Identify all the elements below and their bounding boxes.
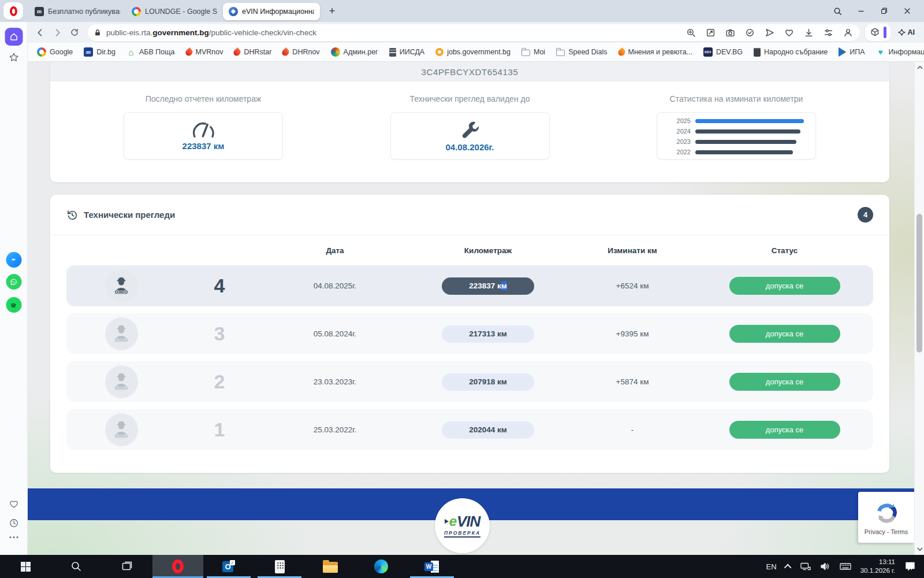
bookmark-item[interactable]: MVRnov	[186, 48, 223, 56]
calculator-icon	[275, 560, 285, 573]
cube-extension-icon[interactable]	[870, 27, 880, 38]
snapshot-camera-icon[interactable]	[725, 28, 735, 38]
chart-row: 2024	[673, 128, 804, 135]
sidebar-heart-icon[interactable]	[9, 499, 19, 509]
taskbar-file-explorer[interactable]	[305, 555, 356, 578]
taskbar-edge[interactable]	[356, 555, 407, 578]
tune-sliders-icon[interactable]	[824, 28, 833, 38]
scroll-down-icon[interactable]	[915, 544, 924, 554]
tab-title: eVIN Информационна си	[242, 8, 314, 16]
browser-tab[interactable]: m Безплатно публикуване	[29, 3, 126, 20]
taskbar-search-button[interactable]	[51, 555, 102, 578]
recaptcha-privacy-terms-link[interactable]: Privacy - Terms	[865, 528, 908, 535]
touch-keyboard-icon[interactable]	[840, 562, 851, 571]
reload-icon[interactable]	[67, 25, 82, 40]
bookmark-item[interactable]: ИИСДА	[389, 48, 425, 57]
address-bar: public-eis.rta.government.bg/public-vehi…	[0, 22, 924, 43]
heart-icon[interactable]	[784, 28, 794, 38]
km-statistics-card: 2025 2024 2023	[657, 112, 816, 160]
bookmarks-star-icon[interactable]	[8, 52, 19, 63]
taskbar-clock[interactable]: 13:1130.1.2026 г.	[860, 558, 895, 575]
network-icon[interactable]	[800, 562, 811, 571]
zoom-page-icon[interactable]	[686, 28, 696, 38]
whatsapp-icon[interactable]	[6, 274, 21, 290]
check-badge-icon[interactable]	[745, 28, 755, 38]
start-button[interactable]	[0, 555, 51, 578]
page-viewport: 3C4PFBCYXDT654135 Последно отчетен килом…	[28, 62, 914, 555]
bookmark-item[interactable]: jobs.government.bg	[435, 48, 511, 56]
bookmark-item[interactable]: ♥ Информационна б...	[876, 47, 924, 57]
chart-row: 2025	[673, 117, 804, 124]
bookmark-item[interactable]: Google	[37, 47, 73, 57]
table-body: 4 04.08.2025г. 223837 км +6524 км допуск…	[50, 265, 889, 450]
new-tab-button[interactable]: +	[325, 3, 340, 18]
lock-icon	[94, 28, 102, 37]
bookmark-item[interactable]: DEV DEV.BG	[703, 47, 743, 57]
bookmarks-bar: Google dir Dir.bg ⌂ АБВ Поща MVRnov DHRs…	[0, 43, 924, 62]
window-minimize-icon[interactable]	[857, 7, 865, 15]
extensions-pill	[866, 24, 891, 41]
profile-icon[interactable]	[843, 28, 853, 38]
window-search-icon[interactable]	[833, 7, 842, 16]
table-row: 4 04.08.2025г. 223837 км +6524 км допуск…	[66, 265, 873, 306]
bookmark-favicon: ⌂	[126, 47, 136, 57]
table-header-row: Дата Километраж Изминати км Статус	[50, 235, 889, 265]
volume-icon[interactable]	[820, 562, 830, 571]
bookmark-item[interactable]: ИПА	[839, 47, 865, 57]
scrollbar-thumb[interactable]	[916, 214, 922, 353]
spotify-icon[interactable]	[6, 297, 21, 313]
window-restore-icon[interactable]	[880, 7, 888, 15]
inspections-card: Технически прегледи 4 Дата Километраж Из…	[50, 195, 889, 473]
bookmark-item[interactable]: Админ.рег	[331, 47, 378, 57]
forward-icon[interactable]	[50, 25, 65, 40]
language-indicator[interactable]: EN	[766, 562, 777, 571]
km-difference: +5874 км	[569, 377, 696, 386]
bookmark-item[interactable]: ⌂ АБВ Поща	[126, 47, 175, 57]
browser-tab-bar: m Безплатно публикуване LOUNDGE - Google…	[0, 0, 924, 22]
opera-menu-button[interactable]	[3, 2, 23, 20]
action-center-icon[interactable]	[904, 561, 916, 572]
bookmark-item[interactable]: Народно събрание	[754, 48, 828, 57]
bookmark-item[interactable]: DHRnov	[282, 48, 319, 56]
home-button[interactable]	[5, 28, 23, 46]
bookmark-item[interactable]: Speed Dials	[556, 48, 607, 56]
clock-date: 30.1.2026 г.	[860, 567, 895, 574]
bookmark-favicon	[435, 48, 444, 56]
back-icon[interactable]	[32, 25, 47, 40]
browser-tab[interactable]: eVIN Информационна си	[223, 3, 320, 20]
send-icon[interactable]	[765, 28, 774, 38]
taskbar-opera[interactable]	[152, 555, 203, 578]
bookmark-item[interactable]: DHRstar	[234, 48, 271, 56]
download-icon[interactable]	[804, 28, 814, 38]
aria-ai-button[interactable]: AI	[893, 28, 920, 37]
opera-sidebar	[0, 22, 28, 555]
taskbar-calculator[interactable]	[254, 555, 305, 578]
tray-expand-icon[interactable]	[784, 564, 791, 571]
recaptcha-icon	[874, 500, 899, 525]
send-to-flow-icon[interactable]	[706, 28, 716, 38]
column-header-status: Статус	[696, 246, 873, 255]
taskbar-word[interactable]: W	[407, 555, 457, 578]
sidebar-more-icon[interactable]	[9, 536, 18, 538]
page-scrollbar[interactable]	[914, 62, 924, 555]
sidebar-toggle-icon[interactable]	[884, 27, 886, 38]
mechanic-avatar	[105, 413, 138, 446]
bookmark-item[interactable]: Moi	[521, 48, 545, 56]
edge-icon	[374, 560, 388, 573]
browser-tab[interactable]: LOUNDGE - Google Searc	[126, 3, 223, 20]
scroll-up-icon[interactable]	[915, 63, 924, 72]
task-view-button[interactable]	[102, 555, 152, 578]
bookmark-favicon	[389, 48, 396, 57]
bookmark-item[interactable]: dir Dir.bg	[84, 47, 116, 57]
window-close-icon[interactable]	[903, 7, 911, 15]
url-field[interactable]: public-eis.rta.government.bg/public-vehi…	[88, 24, 860, 41]
chart-year-label: 2023	[673, 138, 691, 145]
bookmark-label: MVRnov	[196, 48, 223, 56]
bookmark-label: АБВ Поща	[139, 48, 175, 56]
bookmark-item[interactable]: Мнения и ревюта...	[619, 48, 692, 56]
windows-taskbar: O✓ W EN 13:1130.1.2026 г.	[0, 555, 924, 578]
taskbar-outlook[interactable]: O✓	[203, 555, 254, 578]
history-clock-icon[interactable]	[9, 518, 19, 528]
speedometer-icon	[191, 121, 215, 138]
messenger-icon[interactable]	[6, 252, 21, 268]
